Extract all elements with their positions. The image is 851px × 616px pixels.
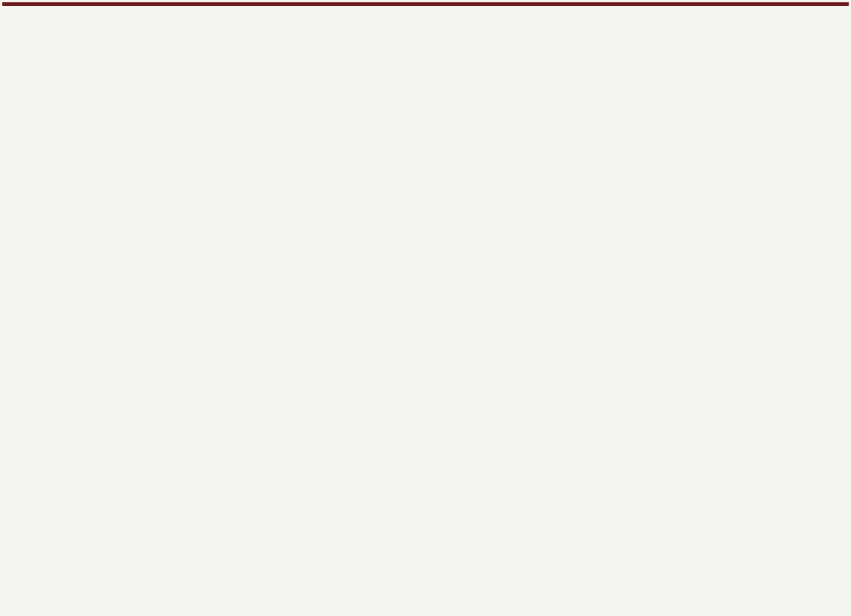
gantt-container bbox=[2, 2, 849, 6]
